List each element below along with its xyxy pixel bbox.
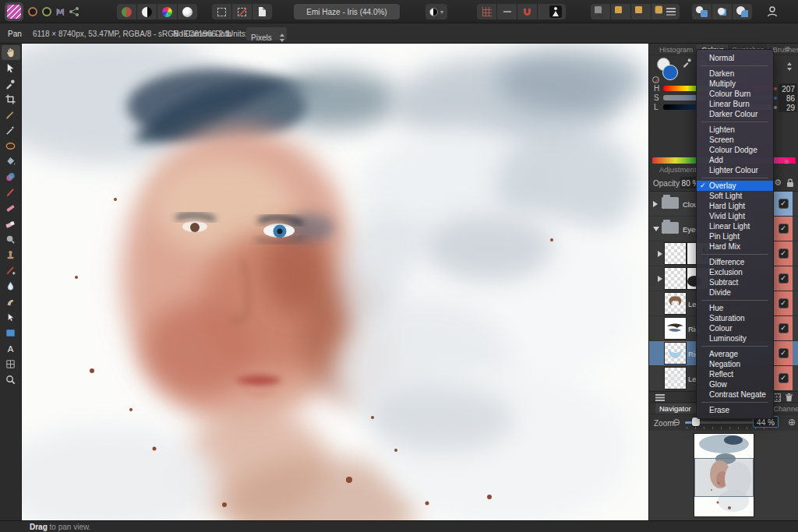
assistant-button[interactable]: ▾ bbox=[425, 4, 447, 19]
node-tool[interactable] bbox=[2, 310, 20, 325]
zoom-in-icon[interactable]: ⊕ bbox=[788, 417, 796, 428]
tab-adjustment[interactable]: Adjustment bbox=[655, 164, 701, 174]
boolean-divide-button[interactable] bbox=[733, 4, 752, 19]
layer-lock-icon[interactable] bbox=[786, 178, 794, 189]
blend-option-saturation[interactable]: Saturation bbox=[697, 313, 773, 323]
blend-option-average[interactable]: Average bbox=[697, 349, 773, 359]
blend-option-linear-burn[interactable]: Linear Burn bbox=[697, 99, 773, 109]
auto-white-balance-button[interactable] bbox=[178, 4, 197, 19]
layer-thumb[interactable] bbox=[665, 293, 686, 314]
pixel-brush-tool[interactable] bbox=[2, 185, 20, 200]
auto-contrast-button[interactable] bbox=[137, 4, 157, 19]
forward-one-button[interactable] bbox=[631, 4, 651, 19]
colour-panel-menu-icon[interactable]: ≡ bbox=[785, 45, 795, 53]
tab-histogram[interactable]: Histogram bbox=[655, 44, 697, 55]
blend-option-luminosity[interactable]: Luminosity bbox=[697, 333, 773, 344]
blend-option-vivid-light[interactable]: Vivid Light bbox=[697, 211, 773, 221]
units-select[interactable]: Pixels bbox=[246, 27, 287, 41]
layer-thumb[interactable] bbox=[665, 243, 686, 264]
layer-effects-gear-icon[interactable]: ⚙ bbox=[774, 178, 782, 188]
blend-option-darker-colour[interactable]: Darker Colour bbox=[697, 109, 773, 119]
blend-option-hard-light[interactable]: Hard Light bbox=[697, 201, 773, 211]
auto-levels-button[interactable] bbox=[117, 4, 136, 19]
blend-option-contrast-negate[interactable]: Contrast Negate bbox=[697, 389, 773, 400]
layer-thumb[interactable] bbox=[665, 318, 686, 339]
blend-option-exclusion[interactable]: Exclusion bbox=[697, 267, 773, 277]
crop-tool[interactable] bbox=[2, 92, 20, 107]
expand-arrow-icon[interactable] bbox=[653, 201, 658, 207]
alignment-button[interactable] bbox=[662, 4, 680, 19]
account-button[interactable] bbox=[762, 4, 782, 19]
blend-option-pin-light[interactable]: Pin Light bbox=[697, 231, 773, 241]
mixer-brush-tool[interactable] bbox=[2, 170, 20, 185]
navigator-viewport-rect[interactable] bbox=[694, 458, 754, 497]
rectangle-tool[interactable] bbox=[2, 326, 20, 340]
layer-thumb[interactable] bbox=[665, 343, 686, 364]
affinity-photo-logo-button[interactable] bbox=[5, 2, 23, 21]
blend-option-hue[interactable]: Hue bbox=[697, 303, 773, 313]
blend-option-lighten[interactable]: Lighten bbox=[697, 125, 773, 135]
mask-layer-icon[interactable] bbox=[773, 394, 780, 401]
liquify-persona-button[interactable] bbox=[28, 7, 37, 16]
no-colour-swatch[interactable] bbox=[652, 76, 659, 83]
selection-brush-tool[interactable] bbox=[2, 123, 20, 138]
blend-option-subtract[interactable]: Subtract bbox=[697, 277, 773, 287]
boolean-subtract-button[interactable] bbox=[712, 4, 732, 19]
blend-option-linear-light[interactable]: Linear Light bbox=[697, 221, 773, 231]
layer-visibility-checkbox[interactable]: ✓ bbox=[779, 323, 789, 333]
blend-option-overlay[interactable]: ✓Overlay bbox=[697, 181, 773, 191]
select-document-button[interactable] bbox=[252, 4, 272, 19]
clone-stamp-tool[interactable] bbox=[2, 248, 20, 262]
blend-option-negation[interactable]: Negation bbox=[697, 359, 773, 369]
layer-thumb[interactable] bbox=[665, 368, 686, 389]
layer-thumb[interactable] bbox=[665, 268, 686, 289]
zoom-tool[interactable] bbox=[2, 372, 20, 387]
blend-option-hard-mix[interactable]: Hard Mix bbox=[697, 241, 773, 252]
healing-brush-tool[interactable] bbox=[2, 263, 20, 278]
blend-option-colour-dodge[interactable]: Colour Dodge bbox=[697, 145, 773, 155]
blend-option-darken[interactable]: Darken bbox=[697, 69, 773, 79]
expand-arrow-icon[interactable] bbox=[658, 276, 662, 282]
blend-option-glow[interactable]: Glow bbox=[697, 379, 773, 389]
paint-brush-tool[interactable] bbox=[2, 107, 20, 122]
layer-visibility-checkbox[interactable]: ✓ bbox=[779, 348, 789, 358]
mesh-warp-tool[interactable] bbox=[2, 357, 20, 372]
snapping-presets-button[interactable] bbox=[497, 4, 517, 19]
move-tool[interactable] bbox=[2, 61, 20, 76]
assistant-manager-button[interactable] bbox=[546, 4, 566, 19]
colour-picker-tool[interactable] bbox=[2, 76, 20, 91]
smudge-brush-tool[interactable] bbox=[2, 294, 20, 309]
colour-mode-stepper[interactable] bbox=[786, 62, 792, 71]
layer-visibility-checkbox[interactable]: ✓ bbox=[779, 298, 789, 308]
layer-visibility-checkbox[interactable]: ✓ bbox=[779, 273, 789, 284]
back-one-button[interactable] bbox=[611, 4, 630, 19]
slider-value-l[interactable]: 29 bbox=[779, 102, 797, 112]
blend-option-erase[interactable]: Erase bbox=[697, 405, 773, 415]
foreground-colour-swatch[interactable] bbox=[662, 65, 678, 80]
develop-persona-button[interactable] bbox=[42, 7, 51, 16]
colour-picker-icon[interactable] bbox=[682, 57, 693, 69]
blend-option-add[interactable]: Add bbox=[697, 155, 773, 165]
blend-option-divide[interactable]: Divide bbox=[697, 287, 773, 298]
layer-visibility-checkbox[interactable]: ✓ bbox=[779, 248, 789, 259]
blend-option-soft-light[interactable]: Soft Light bbox=[697, 191, 773, 201]
deselect-button[interactable] bbox=[232, 4, 252, 19]
view-pan-tool[interactable] bbox=[2, 45, 20, 60]
layer-visibility-checkbox[interactable]: ✓ bbox=[779, 199, 789, 209]
expand-collapse-icon[interactable] bbox=[653, 227, 659, 231]
snapping-magnet-button[interactable] bbox=[517, 4, 537, 19]
blend-option-normal[interactable]: Normal bbox=[697, 53, 773, 63]
export-persona-button[interactable] bbox=[69, 6, 79, 17]
blend-option-colour[interactable]: Colour bbox=[697, 323, 773, 333]
canvas[interactable] bbox=[22, 44, 648, 520]
artistic-text-tool[interactable]: A bbox=[2, 341, 20, 356]
erase-brush-tool[interactable] bbox=[2, 217, 20, 231]
boolean-add-button[interactable] bbox=[692, 4, 711, 19]
layer-visibility-checkbox[interactable]: ✓ bbox=[779, 373, 789, 383]
dodge-brush-tool[interactable] bbox=[2, 232, 20, 247]
layer-visibility-checkbox[interactable]: ✓ bbox=[779, 224, 789, 234]
blend-option-multiply[interactable]: Multiply bbox=[697, 79, 773, 89]
blend-option-colour-burn[interactable]: Colour Burn bbox=[697, 89, 773, 99]
blur-brush-tool[interactable] bbox=[2, 279, 20, 294]
zoom-out-icon[interactable]: ⊖ bbox=[673, 417, 680, 428]
